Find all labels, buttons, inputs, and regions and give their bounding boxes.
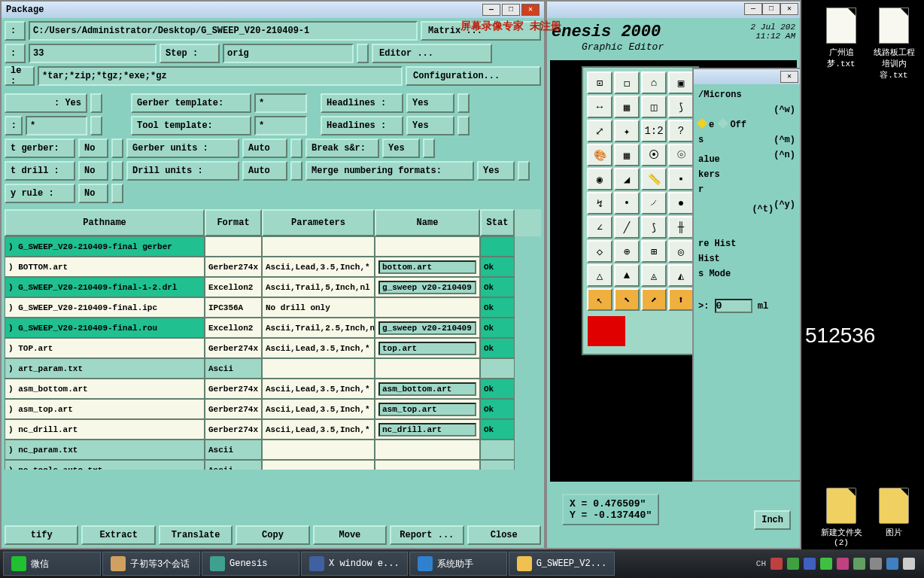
minimize-button[interactable]: — (744, 3, 762, 15)
tool-icon[interactable]: ◬ (641, 264, 667, 287)
gunits-dropdown[interactable] (290, 138, 302, 158)
tool-icon[interactable]: ↖ (587, 288, 612, 311)
tool-tpl-field[interactable]: * (254, 116, 307, 135)
table-row[interactable]: ) nc_drill.art Gerber274x Ascii,Lead,3.5… (5, 419, 541, 440)
tify-button[interactable]: tify (5, 525, 78, 545)
tool-icon[interactable]: ? (668, 120, 694, 142)
col-format[interactable]: Format (205, 209, 262, 236)
config-button[interactable]: Configuration... (406, 66, 541, 86)
opt2-dropdown[interactable] (90, 116, 102, 135)
tray-icon[interactable] (853, 558, 865, 570)
taskbar-item[interactable]: G_SWEEP_V2... (509, 552, 615, 576)
merge-dropdown[interactable] (518, 161, 530, 181)
extract-button[interactable]: Extract (81, 525, 155, 545)
move-button[interactable]: Move (313, 525, 387, 545)
desktop-file-icon[interactable]: 广州追梦.txt (817, 8, 865, 69)
dunits-dropdown[interactable] (290, 161, 302, 181)
rule-val[interactable]: No (78, 184, 108, 203)
table-row[interactable]: ) art_param.txt Ascii (5, 358, 541, 379)
col-name[interactable]: Name (375, 209, 480, 236)
tool-icon[interactable]: ∠ (587, 216, 612, 239)
tray-icon[interactable] (886, 558, 898, 570)
tool-icon[interactable]: ● (668, 192, 694, 214)
close-button[interactable]: ✕ (780, 71, 798, 83)
tool-icon[interactable]: ◫ (641, 96, 667, 118)
tool-icon[interactable]: ◻ (614, 71, 640, 94)
tool-icon[interactable]: ◇ (587, 240, 612, 263)
col-parameters[interactable]: Parameters (262, 209, 375, 236)
drill-dropdown[interactable] (111, 161, 123, 181)
headlines2-dropdown[interactable] (457, 116, 470, 135)
gerber-tpl-field[interactable]: * (254, 93, 307, 113)
tool-icon[interactable]: ⟋ (641, 192, 667, 214)
opt1-dropdown[interactable] (90, 93, 102, 113)
tool-icon[interactable]: ▲ (614, 264, 640, 287)
desktop-folder-icon[interactable]: 新建文件夹(2) (817, 488, 865, 547)
gunits-val[interactable]: Auto (242, 138, 287, 158)
taskbar-item[interactable]: 系统助手 (409, 552, 507, 576)
tool-icon[interactable]: ✦ (614, 120, 640, 142)
genesis-titlebar[interactable]: — □ ✕ (547, 2, 800, 18)
language-indicator[interactable]: CH (756, 559, 766, 568)
taskbar-item[interactable]: 子初等3个会话 (102, 552, 200, 576)
tool-icon[interactable]: ▣ (668, 71, 694, 94)
tool-icon[interactable]: ⟆ (641, 216, 667, 239)
gerber-val[interactable]: No (78, 138, 108, 158)
table-row[interactable]: ) BOTTOM.art Gerber274x Ascii,Lead,3.5,I… (5, 257, 541, 277)
tool-icon[interactable]: △ (587, 264, 612, 287)
desktop-folder-icon[interactable]: 图片 (870, 488, 918, 538)
tool-icon[interactable]: ⬉ (614, 288, 640, 311)
taskbar-item[interactable]: X window e... (301, 552, 408, 576)
tool-icon[interactable]: ◢ (614, 168, 640, 190)
tray-icon[interactable] (837, 558, 849, 570)
tool-icon[interactable]: ⊞ (641, 240, 667, 263)
color-swatch[interactable] (588, 316, 625, 346)
rule-dropdown[interactable] (111, 184, 123, 203)
tool-icon[interactable]: 📏 (641, 168, 667, 190)
job-field[interactable]: 33 (29, 44, 157, 63)
tray-icon[interactable] (820, 558, 832, 570)
maximize-button[interactable]: □ (762, 3, 780, 15)
tool-icon[interactable]: ╫ (668, 216, 694, 239)
table-row[interactable]: ) asm_top.art Gerber274x Ascii,Lead,3.5,… (5, 399, 541, 419)
opt2-field[interactable]: * (26, 116, 87, 135)
tool-icon[interactable]: ⊕ (614, 240, 640, 263)
gerber-dropdown[interactable] (111, 138, 123, 158)
tray-icon[interactable] (804, 558, 816, 570)
system-tray[interactable]: CH (756, 558, 921, 570)
table-row[interactable]: ) asm_bottom.art Gerber274x Ascii,Lead,3… (5, 379, 541, 399)
minimize-button[interactable]: — (482, 4, 500, 16)
tool-icon[interactable]: ╱ (614, 216, 640, 239)
break-dropdown[interactable] (423, 138, 435, 158)
maximize-button[interactable]: □ (502, 4, 520, 16)
tray-icon[interactable] (771, 558, 783, 570)
tool-icon[interactable]: ◎ (668, 240, 694, 263)
tool-icon[interactable]: ⦾ (668, 144, 694, 166)
tool-icon[interactable]: ▦ (614, 96, 640, 118)
path-field[interactable]: C:/Users/Administrator/Desktop/G_SWEEP_V… (29, 21, 418, 41)
tool-icon[interactable]: ⊡ (587, 71, 612, 94)
taskbar-item[interactable]: Genesis (202, 552, 299, 576)
window-titlebar[interactable]: Package — □ ✕ (2, 2, 544, 18)
tool-icon[interactable]: ⟆ (668, 96, 694, 118)
table-row[interactable]: ) nc_param.txt Ascii (5, 440, 541, 460)
tool-icon[interactable]: • (614, 192, 640, 214)
tray-icon[interactable] (787, 558, 799, 570)
translate-button[interactable]: Translate (159, 525, 233, 545)
table-row[interactable]: ) G_SWEEP_V20-210409-final.rou Excellon2… (5, 318, 541, 338)
value-input[interactable] (715, 299, 752, 313)
tool-icon[interactable]: ⦿ (641, 144, 667, 166)
desktop-file-icon[interactable]: 线路板工程培训内容.txt (870, 8, 918, 81)
copy-button[interactable]: Copy (236, 525, 309, 545)
taskbar-item[interactable]: 微信 (3, 552, 101, 576)
dunits-val[interactable]: Auto (242, 161, 287, 181)
col-stat[interactable]: Stat (480, 209, 515, 236)
step-dropdown[interactable] (357, 44, 369, 63)
editor-button[interactable]: Editor ... (372, 44, 492, 63)
headlines1-dropdown[interactable] (457, 93, 470, 113)
report-button[interactable]: Report ... (390, 525, 464, 545)
col-pathname[interactable]: Pathname (5, 209, 205, 236)
break-val[interactable]: Yes (382, 138, 420, 158)
table-row[interactable]: ) TOP.art Gerber274x Ascii,Lead,3.5,Inch… (5, 338, 541, 358)
table-row[interactable]: ) G_SWEEP_V20-210409-final-1-2.drl Excel… (5, 277, 541, 297)
